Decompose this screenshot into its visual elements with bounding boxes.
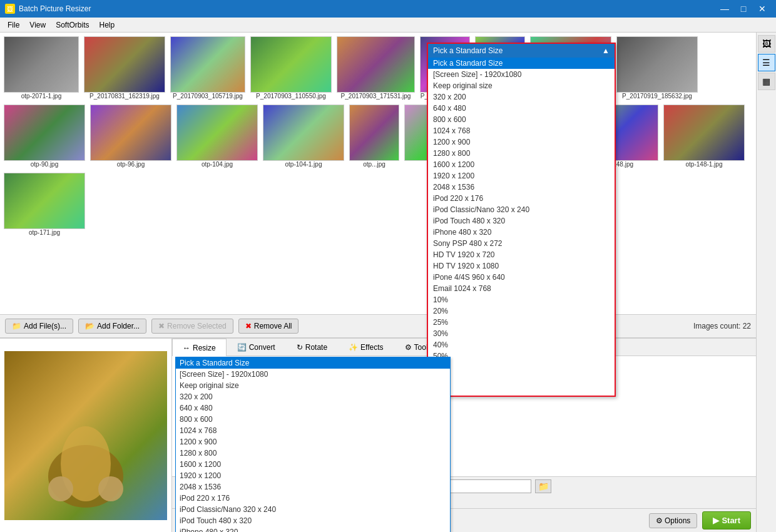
dropdown-item[interactable]: 800 x 600 xyxy=(428,114,615,125)
dropdown-item[interactable]: iPod Classic/Nano 320 x 240 xyxy=(428,204,615,215)
dropdown-item[interactable]: Sony PSP 480 x 272 xyxy=(428,238,615,249)
thumbnail-label: otp-90.jpg xyxy=(31,161,58,168)
dropdown-item[interactable]: Pick a Standard Size xyxy=(428,58,615,69)
add-folder-button[interactable]: 📂 Add Folder... xyxy=(78,319,146,334)
thumbnail-label: P_20170831_162319.jpg xyxy=(89,93,160,100)
thumbnail-item[interactable]: P_20170903_171531.jpg xyxy=(335,35,416,101)
svg-point-5 xyxy=(98,476,123,501)
standard-size-dropdown-big[interactable]: Pick a Standard Size ▲ Pick a Standard S… xyxy=(427,43,616,397)
thumbnail-item[interactable]: otp-104-1.jpg xyxy=(262,103,345,169)
browse-destination-button[interactable]: 📁 xyxy=(535,479,551,493)
menu-help[interactable]: Help xyxy=(94,19,120,31)
standard-size-dropdown-small[interactable]: Pick a Standard Size[Screen Size] - 1920… xyxy=(175,357,451,532)
thumbnail-label: otp-96.jpg xyxy=(117,161,145,168)
dropdown-item[interactable]: [Screen Size] - 1920x1080 xyxy=(428,69,615,80)
convert-tab-label: Convert xyxy=(249,343,275,352)
view-grid-button[interactable]: ▦ xyxy=(758,73,775,90)
thumbnail-item[interactable]: otp...jpg xyxy=(348,103,401,169)
dropdown-header[interactable]: Pick a Standard Size ▲ xyxy=(428,44,615,58)
dropdown-item[interactable]: HD TV 1920 x 1080 xyxy=(428,260,615,272)
tab-rotate[interactable]: ↻ Rotate xyxy=(286,339,338,356)
dropdown-item[interactable]: 80% xyxy=(428,384,615,396)
thumbnail-item[interactable]: otp-90.jpg xyxy=(3,103,86,169)
dropdown-item[interactable]: 25% xyxy=(428,317,615,328)
dropdown-item[interactable]: iPod Touch 480 x 320 xyxy=(176,515,450,526)
start-button[interactable]: ▶ Start xyxy=(702,511,751,529)
thumbnail-item[interactable]: P_20170903_110550.jpg xyxy=(249,35,333,101)
dropdown-item[interactable]: 1200 x 900 xyxy=(428,136,615,148)
menu-softorbits[interactable]: SoftOrbits xyxy=(51,19,94,31)
thumbnail-image xyxy=(250,36,332,93)
thumbnail-image xyxy=(663,105,745,161)
dropdown-item[interactable]: 50% xyxy=(428,350,615,362)
thumbnail-item[interactable]: otp-104.jpg xyxy=(175,103,259,169)
remove-selected-button[interactable]: ✖ Remove Selected xyxy=(151,319,233,334)
dropdown-item[interactable]: 40% xyxy=(428,339,615,350)
thumbnail-label: P_20170919_185632.jpg xyxy=(622,93,692,100)
menu-file[interactable]: File xyxy=(3,19,24,31)
dropdown-item[interactable]: Pick a Standard Size xyxy=(176,357,450,369)
view-list-button[interactable]: ☰ xyxy=(758,54,775,71)
thumbnail-item[interactable]: otp-96.jpg xyxy=(89,103,173,169)
dropdown-item[interactable]: 1600 x 1200 xyxy=(176,459,450,470)
view-single-button[interactable]: 🖼 xyxy=(758,35,775,53)
thumbnail-image xyxy=(84,36,165,93)
dropdown-item[interactable]: 800 x 600 xyxy=(176,414,450,425)
tab-convert[interactable]: 🔄 Convert xyxy=(227,339,286,356)
dropdown-item[interactable]: 1600 x 1200 xyxy=(428,159,615,170)
thumbnail-image xyxy=(4,36,79,93)
thumbnail-item[interactable]: otp-2071-1.jpg xyxy=(3,35,80,101)
dropdown-item[interactable]: 320 x 200 xyxy=(428,91,615,103)
dropdown-item[interactable]: Keep original size xyxy=(176,380,450,391)
thumbnail-item[interactable]: otp-148-1.jpg xyxy=(662,103,746,169)
dropdown-item[interactable]: 1920 x 1200 xyxy=(176,470,450,481)
dropdown-item[interactable]: 2048 x 1536 xyxy=(176,481,450,493)
dropdown-item[interactable]: 1024 x 768 xyxy=(428,125,615,136)
menu-view[interactable]: View xyxy=(24,19,51,31)
dropdown-item[interactable]: 70% xyxy=(428,373,615,384)
dropdown-item[interactable]: 1920 x 1200 xyxy=(428,170,615,182)
dropdown-item[interactable]: 1280 x 800 xyxy=(176,448,450,459)
dropdown-item[interactable]: 640 x 480 xyxy=(176,402,450,414)
dropdown-item[interactable]: 30% xyxy=(428,328,615,339)
thumbnail-label: otp-171.jpg xyxy=(29,229,60,236)
dropdown-item[interactable]: 20% xyxy=(428,305,615,317)
thumbnail-label: otp-104.jpg xyxy=(202,161,233,168)
dropdown-item[interactable]: 320 x 200 xyxy=(176,391,450,402)
dropdown-item[interactable]: iPone 4/4S 960 x 640 xyxy=(428,272,615,283)
close-button[interactable]: ✕ xyxy=(753,3,771,15)
add-files-button[interactable]: 📁 Add File(s)... xyxy=(5,319,73,334)
thumbnail-item[interactable]: P_20170903_105719.jpg xyxy=(169,35,247,101)
dropdown-item[interactable]: iPhone 480 x 320 xyxy=(176,526,450,532)
dropdown-item[interactable]: 1024 x 768 xyxy=(176,425,450,436)
toolbar: 📁 Add File(s)... 📂 Add Folder... ✖ Remov… xyxy=(0,314,756,338)
thumbnail-image xyxy=(337,36,415,93)
maximize-button[interactable]: □ xyxy=(735,3,752,15)
dropdown-item[interactable]: 2048 x 1536 xyxy=(428,182,615,193)
remove-all-button[interactable]: ✖ Remove All xyxy=(238,319,299,334)
resize-tab-icon: ↔ xyxy=(183,344,190,352)
dropdown-item[interactable]: HD TV 1920 x 720 xyxy=(428,249,615,260)
options-button[interactable]: ⚙ Options xyxy=(649,513,698,528)
thumbnail-item[interactable]: P_20170919_185632.jpg xyxy=(615,35,699,101)
dropdown-item[interactable]: 1200 x 900 xyxy=(176,436,450,448)
remove-all-label: Remove All xyxy=(254,322,292,330)
tab-resize[interactable]: ↔ Resize xyxy=(172,339,227,356)
dropdown-item[interactable]: iPod Classic/Nano 320 x 240 xyxy=(176,504,450,515)
dropdown-item[interactable]: 10% xyxy=(428,294,615,305)
dropdown-item[interactable]: iPod 220 x 176 xyxy=(428,193,615,204)
rotate-tab-icon: ↻ xyxy=(297,343,303,352)
thumbnail-item[interactable]: P_20170831_162319.jpg xyxy=(83,35,166,101)
dropdown-item[interactable]: 640 x 480 xyxy=(428,103,615,114)
dropdown-item[interactable]: iPhone 480 x 320 xyxy=(428,227,615,238)
dropdown-item[interactable]: 60% xyxy=(428,362,615,373)
thumbnail-item[interactable]: otp-171.jpg xyxy=(3,171,86,237)
dropdown-item[interactable]: 1280 x 800 xyxy=(428,148,615,159)
minimize-button[interactable]: — xyxy=(716,3,733,15)
dropdown-item[interactable]: iPod Touch 480 x 320 xyxy=(428,215,615,227)
dropdown-item[interactable]: iPod 220 x 176 xyxy=(176,493,450,504)
dropdown-item[interactable]: Keep original size xyxy=(428,80,615,91)
dropdown-item[interactable]: [Screen Size] - 1920x1080 xyxy=(176,369,450,380)
dropdown-item[interactable]: Email 1024 x 768 xyxy=(428,283,615,294)
tab-effects[interactable]: ✨ Effects xyxy=(338,339,394,356)
